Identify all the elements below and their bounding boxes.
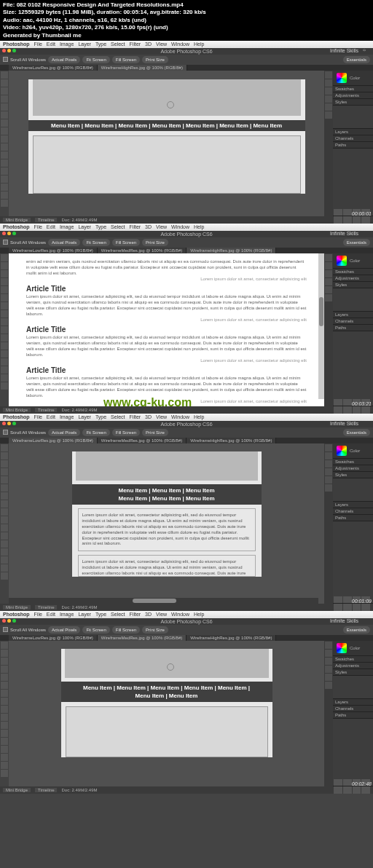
menu-layer[interactable]: Layer: [78, 414, 91, 419]
tool-icon[interactable]: [1, 358, 8, 366]
menu-3d[interactable]: 3D: [145, 612, 152, 617]
tool-icon[interactable]: [1, 318, 8, 326]
workspace-switcher[interactable]: Essentials: [343, 626, 370, 634]
tool-icon[interactable]: [1, 254, 8, 261]
styles-panel[interactable]: Styles: [333, 282, 373, 288]
actual-pixels-button[interactable]: Actual Pixels: [48, 429, 80, 436]
tab-lowres[interactable]: WireframeLowRes.jpg @ 100% (RGB/8#): [9, 438, 98, 443]
menu-3d[interactable]: 3D: [145, 414, 152, 419]
minimize-icon[interactable]: [7, 619, 11, 623]
panel-icon[interactable]: [325, 294, 332, 301]
fit-screen-button[interactable]: Fit Screen: [82, 56, 109, 63]
menu-view[interactable]: View: [156, 42, 167, 47]
minimize-icon[interactable]: [7, 422, 11, 425]
tab-highres[interactable]: WireframeHighRes.jpg @ 100% (RGB/8#): [186, 438, 276, 443]
canvas-area[interactable]: enim ad minim veniam, quis nostrud exerc…: [9, 253, 324, 406]
menu-edit[interactable]: Edit: [47, 414, 55, 419]
menu-type[interactable]: Type: [95, 612, 106, 617]
tool-icon[interactable]: [1, 366, 8, 374]
tool-icon[interactable]: [1, 714, 8, 721]
tab-highres[interactable]: WireframeHighRes.jpg @ 100% (RGB/8#): [186, 635, 276, 641]
color-panel[interactable]: Color: [333, 443, 373, 459]
fg-bg-color-icon[interactable]: [1, 200, 8, 207]
fill-screen-button[interactable]: Fill Screen: [112, 626, 140, 634]
print-size-button[interactable]: Print Size: [142, 429, 168, 436]
tool-icon[interactable]: [1, 302, 8, 309]
eyedropper-tool-icon[interactable]: [1, 111, 8, 119]
menu-image[interactable]: Image: [60, 224, 74, 229]
paths-panel[interactable]: Paths: [333, 515, 373, 521]
menu-3d[interactable]: 3D: [145, 224, 152, 229]
clone-tool-icon[interactable]: [1, 127, 8, 135]
timeline-tab[interactable]: Timeline: [35, 605, 57, 609]
maximize-icon[interactable]: [12, 619, 16, 623]
panel-icon[interactable]: [325, 111, 332, 119]
workspace-switcher[interactable]: Essentials: [343, 239, 370, 246]
color-panel[interactable]: Color: [333, 253, 373, 269]
panel-icon[interactable]: [325, 658, 332, 665]
panel-icon[interactable]: [325, 262, 332, 269]
maximize-icon[interactable]: [12, 49, 16, 52]
menu-help[interactable]: Help: [194, 42, 204, 47]
canvas-area[interactable]: Menu Item | Menu Item | Menu Item Menu I…: [9, 443, 324, 604]
tool-icon[interactable]: [1, 484, 8, 492]
close-icon[interactable]: [2, 422, 6, 425]
menu-select[interactable]: Select: [111, 414, 125, 419]
scroll-thumb[interactable]: [133, 599, 176, 603]
tab-medres[interactable]: WireframeMedRes.jpg @ 100% (RGB/8#): [98, 248, 186, 253]
menu-3d[interactable]: 3D: [145, 42, 152, 47]
scroll-checkbox[interactable]: [3, 57, 8, 62]
menu-edit[interactable]: Edit: [47, 612, 55, 617]
workspace-switcher[interactable]: Essentials: [343, 429, 370, 436]
scroll-thumb[interactable]: [319, 297, 323, 326]
tool-icon[interactable]: [1, 476, 8, 484]
tool-icon[interactable]: [1, 270, 8, 277]
timeline-tab[interactable]: Timeline: [35, 218, 57, 222]
tool-icon[interactable]: [1, 500, 8, 508]
lasso-tool-icon[interactable]: [1, 87, 8, 95]
close-icon[interactable]: [2, 619, 6, 623]
panel-icon[interactable]: [325, 254, 332, 261]
channels-panel[interactable]: Channels: [333, 706, 373, 712]
paths-panel[interactable]: Paths: [333, 142, 373, 149]
tool-icon[interactable]: [1, 460, 8, 467]
menu-file[interactable]: File: [34, 414, 42, 419]
layers-panel[interactable]: Layers: [333, 699, 373, 706]
menu-view[interactable]: View: [156, 414, 167, 419]
scroll-checkbox[interactable]: [3, 430, 8, 435]
menu-help[interactable]: Help: [194, 414, 204, 419]
tool-icon[interactable]: [1, 452, 8, 459]
tool-icon[interactable]: [1, 326, 8, 334]
panel-icon[interactable]: [325, 476, 332, 484]
tool-icon[interactable]: [1, 516, 8, 524]
tool-icon[interactable]: [1, 262, 8, 269]
panel-icon[interactable]: [325, 79, 332, 87]
tab-lowres[interactable]: WireframeLowRes.jpg @ 100% (RGB/8#): [9, 635, 98, 641]
menu-view[interactable]: View: [156, 612, 167, 617]
menu-filter[interactable]: Filter: [130, 414, 141, 419]
minibridge-tab[interactable]: Mini Bridge: [3, 218, 31, 222]
paths-panel[interactable]: Paths: [333, 712, 373, 719]
shape-tool-icon[interactable]: [1, 175, 8, 183]
tool-icon[interactable]: [1, 294, 8, 301]
tool-icon[interactable]: [1, 698, 8, 705]
tool-icon[interactable]: [1, 342, 8, 350]
tab-lowres[interactable]: WireframeLowRes.jpg @ 100% (RGB/8#): [9, 248, 98, 253]
close-icon[interactable]: [2, 49, 6, 52]
tool-icon[interactable]: [1, 738, 8, 745]
tab-medres[interactable]: WireframeMedRes.jpg @ 100% (RGB/8#): [98, 635, 186, 641]
menu-file[interactable]: File: [34, 42, 42, 47]
menu-help[interactable]: Help: [194, 612, 204, 617]
actual-pixels-button[interactable]: Actual Pixels: [48, 626, 80, 634]
menu-help[interactable]: Help: [194, 224, 204, 229]
actual-pixels-button[interactable]: Actual Pixels: [48, 239, 80, 246]
vertical-scrollbar[interactable]: [318, 253, 324, 399]
timeline-tab[interactable]: Timeline: [35, 788, 57, 792]
styles-panel[interactable]: Styles: [333, 669, 373, 676]
panel-icon[interactable]: [325, 666, 332, 673]
minimize-icon[interactable]: [7, 49, 11, 52]
scroll-checkbox[interactable]: [3, 627, 8, 632]
swatches-panel[interactable]: Swatches: [333, 459, 373, 465]
panel-icon[interactable]: [325, 270, 332, 277]
panel-icon[interactable]: [325, 103, 332, 111]
